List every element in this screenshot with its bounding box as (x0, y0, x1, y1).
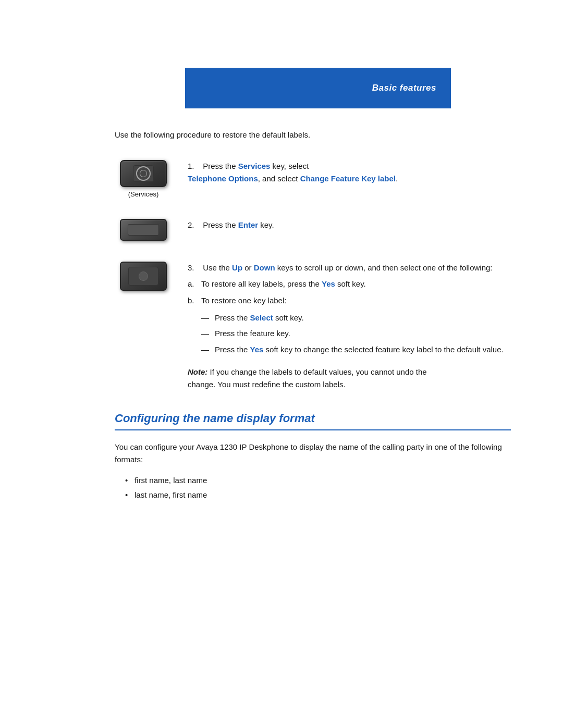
dash-3-icon: — (201, 344, 215, 356)
main-content: Use the following procedure to restore t… (0, 108, 563, 524)
sub-step-a-label: a. (188, 278, 201, 290)
dash-2-icon: — (201, 328, 215, 340)
step-3-up: Up (232, 263, 242, 272)
sub-step-b-label: b. (188, 295, 201, 307)
globe-icon (136, 166, 151, 181)
page-container: Basic features Use the following procedu… (0, 68, 563, 728)
step-2-number: 2. (188, 220, 194, 229)
step-1-link1: Services (238, 162, 271, 170)
steps-section: (Services) 1. Press the Services key, se… (115, 158, 511, 391)
header-banner: Basic features (185, 68, 451, 108)
step-1-number: 1. (188, 162, 194, 170)
step-1-image: (Services) (115, 160, 172, 198)
intro-text: Use the following procedure to restore t… (115, 129, 511, 141)
step-3-down: Down (254, 263, 275, 272)
step-3-middle2: keys to scroll up or down, and then sele… (275, 263, 493, 272)
step-2-row: 2. Press the Enter key. (115, 217, 511, 241)
sub-step-b-content: To restore one key label: (201, 295, 286, 307)
sub-step-b: b. To restore one key label: (188, 295, 511, 307)
nav-key-inner (128, 267, 158, 286)
step-1-row: (Services) 1. Press the Services key, se… (115, 158, 511, 198)
nav-center (139, 272, 148, 281)
bullet-list: first name, last name last name, first n… (125, 474, 511, 501)
step-3-before: Use the (203, 263, 232, 272)
step-1-content: 1. Press the Services key, select Teleph… (188, 158, 511, 185)
step-1-text: 1. Press the Services key, select Teleph… (188, 160, 511, 185)
step-3-row: 3. Use the Up or Down keys to scroll up … (115, 260, 511, 391)
step-3-image (115, 262, 172, 291)
step-1-link2: Telephone Options (188, 174, 258, 183)
enter-key-inner (128, 224, 159, 236)
dash-1-content: Press the Select soft key. (215, 312, 304, 324)
section-heading: Configuring the name display format (115, 412, 511, 430)
sub-steps: a. To restore all key labels, press the … (188, 278, 511, 356)
step-1-after: , and select (258, 174, 300, 183)
step-1-link3: Change Feature Key label (300, 174, 396, 183)
dash-step-3: — Press the Yes soft key to change the s… (201, 344, 511, 356)
note-text: If you change the labels to default valu… (188, 367, 427, 389)
services-key-image (120, 160, 167, 187)
step-3-number: 3. (188, 263, 194, 272)
section-intro: You can configure your Avaya 1230 IP Des… (115, 441, 511, 466)
dash-1-icon: — (201, 312, 215, 324)
dash-step-2: — Press the feature key. (201, 328, 511, 340)
dash-2-content: Press the feature key. (215, 328, 290, 340)
sub-step-a-content: To restore all key labels, press the Yes… (201, 278, 366, 290)
step-2-content: 2. Press the Enter key. (188, 217, 511, 231)
dash-3-content: Press the Yes soft key to change the sel… (215, 344, 504, 356)
step-3-or: or (242, 263, 254, 272)
step-2-after: key. (258, 220, 274, 229)
step-1-before: Press the (203, 162, 238, 170)
step-2-image (115, 219, 172, 241)
step-3-content: 3. Use the Up or Down keys to scroll up … (188, 260, 511, 391)
header-banner-title: Basic features (372, 83, 436, 93)
step-2-link1: Enter (238, 220, 258, 229)
bullet-item-1: first name, last name (125, 474, 511, 487)
step-3-text: 3. Use the Up or Down keys to scroll up … (188, 262, 511, 274)
services-key-label: (Services) (128, 190, 159, 198)
nav-key-image (120, 262, 167, 291)
enter-key-image (120, 219, 167, 241)
sub-step-a: a. To restore all key labels, press the … (188, 278, 511, 290)
step-1-middle: key, select (270, 162, 309, 170)
note-block: Note: If you change the labels to defaul… (188, 366, 438, 391)
step-2-text: 2. Press the Enter key. (188, 219, 511, 231)
note-label: Note: (188, 367, 207, 376)
dash-step-1: — Press the Select soft key. (201, 312, 511, 324)
bullet-item-2: last name, first name (125, 489, 511, 501)
step-2-before: Press the (203, 220, 238, 229)
